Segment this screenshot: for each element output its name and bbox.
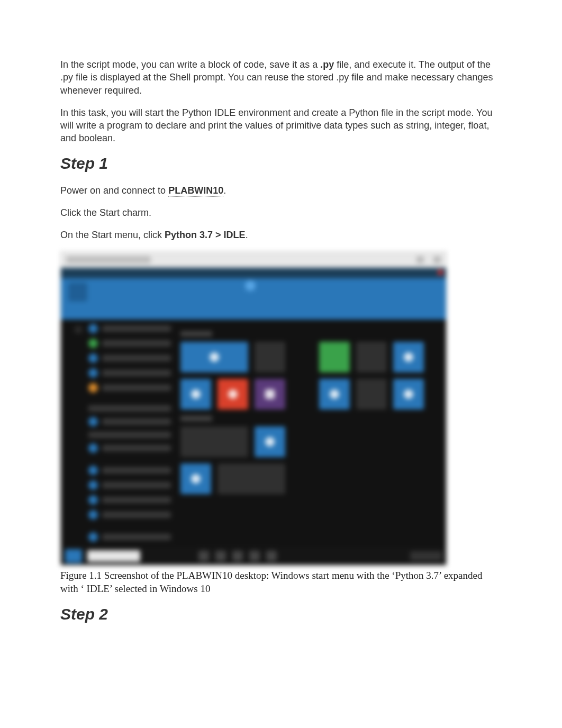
tile-icon: [330, 389, 339, 399]
py-extension-bold: .py: [320, 59, 334, 70]
tile: [180, 379, 211, 410]
search-tile: [68, 283, 87, 302]
taskbar-icon: [198, 551, 209, 561]
list-item: [88, 432, 171, 438]
taskbar-icon: [215, 551, 226, 561]
tile-icon: [404, 352, 413, 362]
tile-icon: [210, 352, 219, 362]
start-button: [65, 549, 82, 563]
window-menubar: [61, 268, 446, 278]
start-app-list: [88, 324, 171, 547]
start-tiles: [180, 327, 436, 501]
taskbar: [61, 547, 446, 565]
list-item: [88, 510, 171, 520]
app-label: [102, 370, 171, 376]
tile-icon: [265, 389, 275, 399]
app-label: [102, 385, 171, 391]
close-icon: [433, 256, 441, 263]
tile: [217, 379, 248, 410]
list-item: [88, 324, 171, 333]
tile: [356, 342, 387, 372]
intro-paragraph-2: In this task, you will start the Python …: [60, 106, 502, 145]
list-item: [88, 532, 171, 542]
tile-group-label: [180, 416, 212, 421]
app-label: [102, 534, 171, 540]
step-1-line-1: Power on and connect to PLABWIN10.: [60, 184, 502, 197]
tile: [255, 342, 285, 372]
text: On the Start menu, click: [60, 230, 165, 240]
text: Power on and connect to: [60, 185, 168, 196]
tile: [393, 379, 424, 410]
taskbar-icon: [249, 551, 260, 561]
app-label: [102, 497, 171, 503]
app-icon: [88, 532, 98, 542]
window-buttons: [416, 256, 441, 263]
app-label: [88, 432, 171, 438]
desktop-top-band: [61, 278, 446, 320]
figure-1-1: Figure 1.1 Screenshot of the PLABWIN10 d…: [60, 251, 502, 596]
app-icon: [88, 466, 98, 475]
tile: [180, 463, 211, 494]
list-item: [88, 480, 171, 490]
list-item: [88, 466, 171, 475]
app-label: [102, 482, 171, 488]
app-label: [102, 340, 171, 347]
tile: [255, 426, 285, 457]
text: In the script mode, you can write a bloc…: [60, 59, 320, 70]
tile-icon: [228, 389, 238, 399]
tile: [356, 379, 387, 410]
app-icon: [88, 353, 98, 363]
taskbar-icon: [266, 551, 277, 561]
app-label: [102, 325, 171, 332]
start-menu-panel: [61, 320, 446, 547]
list-item: [88, 339, 171, 348]
list-item: [88, 417, 171, 426]
app-label: [102, 418, 171, 425]
text: .: [246, 230, 248, 240]
list-item: [88, 368, 171, 378]
expand-icon: [75, 326, 82, 333]
taskbar-icons: [198, 551, 277, 561]
system-tray: [410, 551, 442, 561]
list-item: [88, 353, 171, 363]
app-label: [102, 445, 171, 451]
tile-icon: [191, 389, 201, 399]
minimize-icon: [416, 256, 424, 263]
plabwin10-bold: PLABWIN10: [168, 185, 223, 197]
tile: [319, 379, 350, 410]
tile: [319, 342, 350, 372]
list-item: [88, 443, 171, 453]
tile: [393, 342, 424, 372]
step-1-line-2: Click the Start charm.: [60, 206, 502, 219]
notification-icon: [438, 270, 443, 275]
tile: [180, 342, 248, 372]
figure-caption: Figure 1.1 Screenshot of the PLABWIN10 d…: [60, 569, 502, 596]
app-icon: [88, 443, 98, 453]
text: .: [223, 185, 226, 196]
python-idle-path-bold: Python 3.7 > IDLE: [165, 230, 246, 240]
app-icon: [88, 383, 98, 393]
tile-icon: [404, 389, 413, 399]
list-item: [88, 405, 171, 412]
tile-group-label: [180, 331, 212, 336]
list-item: [88, 495, 171, 505]
app-icon: [88, 417, 98, 426]
intro-paragraph-1: In the script mode, you can write a bloc…: [60, 58, 502, 97]
taskbar-icon: [232, 551, 243, 561]
tile: [217, 463, 285, 494]
taskbar-search: [87, 550, 140, 562]
app-icon: [88, 510, 98, 520]
app-label: [102, 467, 171, 474]
app-icon: [88, 324, 98, 333]
app-label: [102, 355, 171, 361]
tile-icon: [191, 474, 201, 484]
app-icon: [88, 480, 98, 490]
tile: [180, 426, 248, 457]
cortana-icon: [245, 280, 256, 291]
app-icon: [88, 339, 98, 348]
list-item: [88, 383, 171, 393]
app-icon: [88, 368, 98, 378]
window-titlebar: [61, 252, 446, 268]
step-2-heading: Step 2: [60, 605, 502, 623]
screenshot-blurred: [60, 251, 447, 566]
